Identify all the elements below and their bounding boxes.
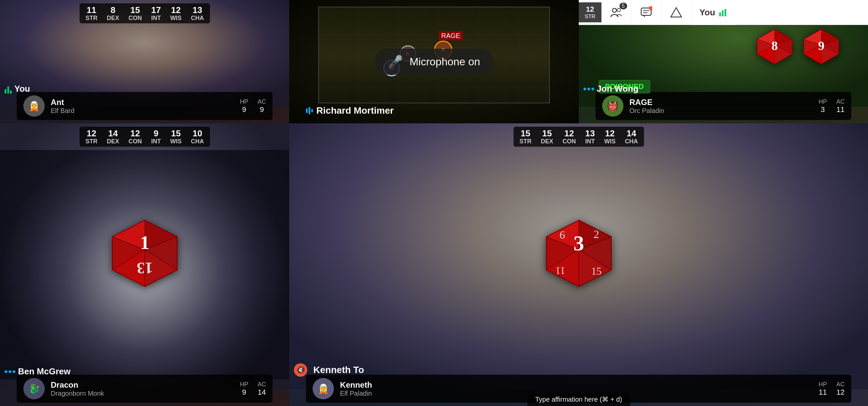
svg-rect-9 bbox=[722, 10, 723, 16]
dots-badge-jon: Jon Wong bbox=[584, 84, 639, 94]
svg-text:2: 2 bbox=[593, 228, 599, 240]
kenneth-avatar: 🧝 bbox=[313, 378, 334, 399]
kenneth-con: 12 CON bbox=[562, 129, 576, 145]
kenneth-str: 15 STR bbox=[519, 129, 531, 145]
kenneth-hp: HP 11 bbox=[818, 381, 827, 397]
svg-text:13: 13 bbox=[136, 259, 152, 277]
ant-con: 15 CON bbox=[128, 5, 142, 21]
audio-indicator-ant bbox=[5, 84, 12, 94]
ben-class: Dragonborn Monk bbox=[51, 390, 234, 397]
svg-point-4 bbox=[649, 6, 652, 11]
ant-info: Ant Elf Bard bbox=[51, 98, 234, 115]
mic-icon: 🎤 bbox=[388, 55, 403, 69]
ben-info: Dracon Dragonborn Monk bbox=[51, 380, 234, 397]
ant-name: Ant bbox=[51, 98, 234, 107]
ben-char-bar: 🐉 Dracon Dragonborn Monk HP 9 AC 14 bbox=[17, 375, 273, 403]
jon-char-name: RAGE bbox=[629, 98, 813, 107]
kenneth-dex: 15 DEX bbox=[541, 129, 553, 145]
svg-point-2 bbox=[617, 8, 620, 12]
svg-rect-10 bbox=[724, 9, 726, 16]
svg-text:1: 1 bbox=[140, 232, 150, 253]
activities-icon bbox=[670, 6, 682, 18]
svg-text:3: 3 bbox=[574, 231, 584, 255]
dice-jon-2: 9 bbox=[801, 27, 841, 68]
ben-int: 9 INT bbox=[151, 129, 161, 145]
jon-ac: AC 11 bbox=[836, 98, 845, 114]
svg-point-1 bbox=[613, 8, 617, 12]
ben-stat-bar: 12 STR 14 DEX 12 CON 9 INT 15 WIS 10 CHA bbox=[80, 127, 210, 147]
header-str-stat: 12 STR bbox=[579, 2, 601, 22]
you-label-ant: You bbox=[14, 84, 30, 94]
participants-count: 5 bbox=[619, 3, 627, 9]
chat-button[interactable] bbox=[631, 0, 661, 25]
ant-class: Elf Bard bbox=[51, 107, 234, 115]
ant-wis: 12 WIS bbox=[170, 5, 182, 21]
panel-ant: 11 STR 8 DEX 15 CON 17 INT 12 WIS 13 CHA bbox=[0, 0, 289, 123]
kenneth-char-name: Kenneth bbox=[340, 380, 813, 390]
kenneth-ac: AC 12 bbox=[836, 381, 845, 397]
muted-badge-kenneth: 🔇 Kenneth To bbox=[294, 363, 364, 377]
you-header-label: You bbox=[691, 0, 736, 25]
ben-char-name: Dracon bbox=[51, 380, 234, 390]
kenneth-cha: 14 CHA bbox=[625, 129, 638, 145]
ben-hp: HP 9 bbox=[240, 381, 248, 397]
jon-info: RAGE Orc Paladin bbox=[629, 98, 813, 115]
svg-text:6: 6 bbox=[559, 229, 565, 241]
mic-label: Microphone on bbox=[410, 56, 480, 68]
audio-level-icon bbox=[718, 8, 728, 17]
mic-on-bar: 🎤 Microphone on bbox=[375, 49, 494, 75]
rage-label-map: RAGE bbox=[439, 31, 463, 40]
jon-class: Orc Paladin bbox=[629, 107, 813, 115]
kenneth-hpac: HP 11 AC 12 bbox=[818, 381, 845, 397]
dice-kenneth: 3 6 2 11 15 bbox=[542, 217, 616, 291]
jon-hp: HP 3 bbox=[818, 98, 827, 114]
dots-badge-ben: Ben McGrew bbox=[5, 366, 71, 377]
dice-jon-1: 8 bbox=[754, 27, 795, 68]
svg-text:9: 9 bbox=[818, 39, 824, 53]
kenneth-wis: 12 WIS bbox=[604, 129, 616, 145]
ant-dex: 8 DEX bbox=[107, 5, 119, 21]
ben-hpac: HP 9 AC 14 bbox=[240, 381, 266, 397]
jon-avatar: 👹 bbox=[602, 95, 623, 117]
chat-icon bbox=[640, 6, 652, 18]
participants-button[interactable]: 5 bbox=[601, 0, 631, 25]
ben-wis: 15 WIS bbox=[170, 129, 182, 145]
richard-name: Richard Mortimer bbox=[316, 105, 394, 116]
ben-ac: AC 14 bbox=[257, 381, 266, 397]
svg-text:11: 11 bbox=[555, 265, 565, 276]
ben-player-name: Ben McGrew bbox=[18, 366, 71, 377]
svg-text:8: 8 bbox=[771, 39, 778, 53]
main-grid: 11 STR 8 DEX 15 CON 17 INT 12 WIS 13 CHA bbox=[0, 0, 868, 406]
mute-icon: 🔇 bbox=[294, 363, 307, 377]
svg-marker-7 bbox=[671, 8, 682, 17]
ant-cha: 13 CHA bbox=[191, 5, 204, 21]
ant-avatar: 🧝 bbox=[23, 95, 45, 117]
ant-hp: HP 9 bbox=[240, 98, 248, 114]
ant-stat-bar: 11 STR 8 DEX 15 CON 17 INT 12 WIS 13 CHA bbox=[80, 3, 210, 23]
jon-char-bar: 👹 RAGE Orc Paladin HP 3 AC 11 bbox=[595, 92, 851, 120]
ant-char-bar: 🧝 Ant Elf Bard HP 9 AC 9 bbox=[17, 92, 273, 120]
richard-audio bbox=[306, 107, 313, 114]
dice-ben: 1 13 bbox=[108, 217, 182, 291]
jon-hpac: HP 3 AC 11 bbox=[818, 98, 845, 114]
ant-int: 17 INT bbox=[151, 5, 161, 21]
ben-cha: 10 CHA bbox=[191, 129, 204, 145]
ben-avatar: 🐉 bbox=[23, 378, 45, 399]
typing-bar: Type affirmation here (⌘ + d) bbox=[527, 393, 630, 406]
ben-dex: 14 DEX bbox=[107, 129, 119, 145]
panel-ben: 12 STR 14 DEX 12 CON 9 INT 15 WIS 10 CHA bbox=[0, 123, 289, 406]
ant-str: 11 STR bbox=[85, 5, 97, 21]
panel-richard: K R RAGE Dr 🎤 Microphone on Richard Mort… bbox=[289, 0, 579, 123]
svg-rect-8 bbox=[719, 12, 721, 16]
kenneth-player-name: Kenneth To bbox=[313, 365, 364, 375]
you-badge-ant: You bbox=[5, 84, 30, 94]
panel-kenneth: 15 STR 15 DEX 12 CON 13 INT 12 WIS 14 CH… bbox=[289, 123, 868, 406]
svg-text:15: 15 bbox=[591, 266, 601, 277]
richard-badge: Richard Mortimer bbox=[306, 105, 394, 116]
activities-button[interactable] bbox=[661, 0, 691, 25]
ant-ac: AC 9 bbox=[257, 98, 266, 114]
ben-str: 12 STR bbox=[85, 129, 97, 145]
top-right-header: 12 STR 5 bbox=[579, 0, 868, 25]
panel-jon: 12 STR 5 bbox=[579, 0, 868, 123]
kenneth-stat-bar: 15 STR 15 DEX 12 CON 13 INT 12 WIS 14 CH… bbox=[514, 127, 644, 147]
